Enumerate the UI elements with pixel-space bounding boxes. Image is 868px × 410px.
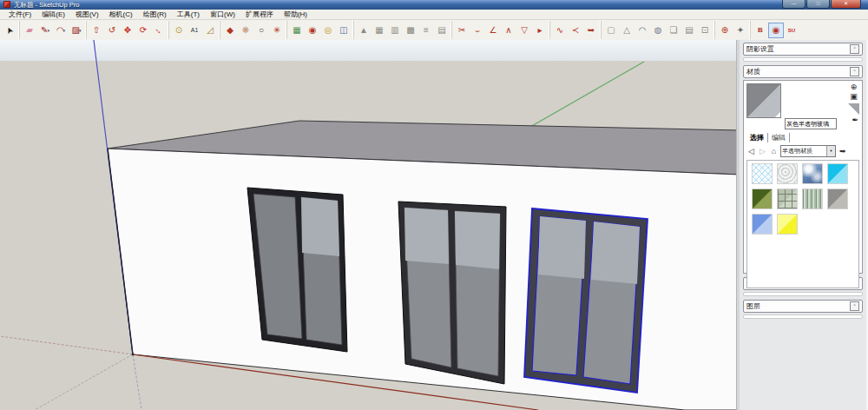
menu-item-camera[interactable]: 相机(C) bbox=[104, 10, 138, 20]
zoom-tool-icon[interactable]: ○ bbox=[253, 23, 269, 38]
rectangle-tool-dropdown-arrow[interactable]: ▾ bbox=[79, 23, 82, 38]
material-name-input[interactable] bbox=[785, 118, 837, 129]
protractor-tool-icon[interactable]: ◿ bbox=[202, 23, 218, 38]
tape-measure-tool-icon[interactable]: ⊙ bbox=[171, 23, 187, 38]
viewport-canvas[interactable] bbox=[0, 40, 740, 410]
material-swatch-blue-glass[interactable] bbox=[752, 214, 773, 235]
sliding-door-unit-2[interactable] bbox=[398, 202, 506, 384]
sliding-door-unit-1[interactable] bbox=[247, 188, 347, 352]
menu-item-draw[interactable]: 绘图(R) bbox=[138, 10, 172, 20]
peak-tool-icon[interactable]: ∧ bbox=[501, 23, 516, 38]
polygon-tool-icon[interactable]: ▽ bbox=[516, 23, 532, 38]
scale-tool-icon[interactable]: ↔ bbox=[151, 23, 167, 38]
select-tool-icon[interactable]: ➤ bbox=[2, 23, 17, 38]
freehand-tool-icon[interactable]: ∿ bbox=[552, 23, 568, 38]
angle-check-tool-icon[interactable]: ∠ bbox=[485, 23, 501, 38]
material-side-icons: ⊕ ▣ bbox=[847, 83, 860, 115]
arc-tool-dropdown-arrow[interactable]: ▾ bbox=[63, 23, 66, 38]
toolbar-group: ⊙A1◿ bbox=[168, 21, 220, 39]
material-swatch-yellow-glass[interactable] bbox=[777, 214, 798, 235]
minimize-button[interactable]: — bbox=[782, 0, 806, 9]
eyedropper-icon[interactable]: ✒ bbox=[852, 116, 858, 124]
material-collection-dropdown[interactable]: 半透明材质 ▼ bbox=[780, 145, 836, 157]
menu-item-extensions[interactable]: 扩展程序 bbox=[240, 10, 279, 20]
default-material-sample[interactable] bbox=[848, 103, 859, 115]
look-around-tool-icon[interactable]: ◉ bbox=[305, 23, 320, 38]
axes-tool-icon[interactable]: ⊕ bbox=[717, 23, 733, 38]
shadow-settings-panel-header[interactable]: 阴影设置 ▫ bbox=[743, 43, 863, 56]
menu-item-edit[interactable]: 编辑(E) bbox=[36, 10, 70, 20]
sandbox-box-tool-icon[interactable]: ▢ bbox=[603, 23, 619, 38]
dimension-tool-icon[interactable]: A1 bbox=[187, 23, 202, 38]
warehouse-3d-icon[interactable]: B bbox=[753, 23, 768, 38]
tab-select[interactable]: 选择 bbox=[746, 133, 768, 142]
compass-tool-icon[interactable]: △ bbox=[619, 23, 635, 38]
arc-sandbox-tool-icon[interactable]: ◠ bbox=[635, 23, 650, 38]
material-swatch-frosted-glass[interactable] bbox=[777, 163, 798, 184]
move-tool-icon[interactable]: ✥ bbox=[120, 23, 135, 38]
grid-tool-icon[interactable]: ▦ bbox=[372, 23, 387, 38]
steps-tool-icon[interactable]: ▤ bbox=[434, 23, 450, 38]
position-camera-tool-icon[interactable]: ▦ bbox=[289, 23, 305, 38]
restore-button[interactable]: □ bbox=[806, 0, 830, 9]
eraser-tool-icon[interactable]: ▰ bbox=[22, 23, 37, 38]
material-swatch-lattice-glass[interactable] bbox=[752, 163, 773, 184]
notepad-tool-icon[interactable]: ▤ bbox=[681, 23, 697, 38]
terrain-tool-icon[interactable]: ▲ bbox=[356, 23, 372, 38]
dropdown-arrow-icon[interactable]: ▼ bbox=[826, 146, 835, 156]
flag-tool-icon[interactable]: ▸ bbox=[532, 23, 548, 38]
material-swatch-blue-water-glass[interactable] bbox=[802, 163, 823, 184]
section-plane-tool-icon[interactable]: ◫ bbox=[336, 23, 352, 38]
material-swatch-gray-translucent-glass[interactable] bbox=[827, 188, 848, 209]
louver-tool-icon[interactable]: ≡ bbox=[418, 23, 434, 38]
secondary-pane-icon[interactable]: ▣ bbox=[850, 92, 858, 101]
menu-item-file[interactable]: 文件(F) bbox=[3, 10, 36, 20]
stack-tool-icon[interactable]: ❏ bbox=[666, 23, 681, 38]
materials-toggle-button[interactable]: ▫ bbox=[850, 67, 859, 76]
layers-toggle-button[interactable]: ▫ bbox=[850, 301, 859, 311]
rectangle-tool-icon[interactable]: ▨▾ bbox=[69, 23, 84, 38]
place-tool-icon[interactable]: ➥ bbox=[583, 23, 599, 38]
create-material-icon[interactable]: ⊕ bbox=[851, 83, 858, 91]
close-button[interactable]: ✕ bbox=[831, 0, 861, 9]
menu-item-tools[interactable]: 工具(T) bbox=[172, 10, 205, 20]
menu-item-window[interactable]: 窗口(W) bbox=[205, 10, 240, 20]
layers-panel-header[interactable]: 图层 ▫ bbox=[743, 300, 863, 313]
sphere-tool-icon[interactable]: ◍ bbox=[650, 23, 666, 38]
zoom-extents-tool-icon[interactable]: ✳ bbox=[269, 23, 285, 38]
sliding-door-unit-3-selected[interactable] bbox=[524, 208, 648, 393]
material-swatch-cyan-glass[interactable] bbox=[827, 163, 848, 184]
rotate-tool-icon[interactable]: ⟳ bbox=[135, 23, 151, 38]
push-pull-tool-icon[interactable]: ⇧ bbox=[89, 23, 104, 38]
detail-tool-icon[interactable]: ⊡ bbox=[697, 23, 713, 38]
material-swatch-dark-green-glass[interactable] bbox=[752, 188, 773, 209]
material-swatch-stained-glass-blocks[interactable] bbox=[777, 188, 798, 209]
materials-panel-toggle-icon[interactable]: ◉ bbox=[768, 23, 784, 38]
shadow-settings-toggle-button[interactable]: ▫ bbox=[850, 44, 859, 54]
line-tool-dropdown-arrow[interactable]: ▾ bbox=[47, 23, 49, 38]
menu-item-help[interactable]: 帮助(H) bbox=[279, 10, 312, 20]
follow-me-tool-icon[interactable]: ↺ bbox=[104, 23, 120, 38]
walk-tool-icon[interactable]: ◎ bbox=[320, 23, 336, 38]
line-tool-icon[interactable]: ✎▾ bbox=[37, 23, 53, 38]
tab-edit[interactable]: 编辑 bbox=[768, 133, 790, 142]
menu-item-view[interactable]: 视图(V) bbox=[70, 10, 104, 20]
arc-check-tool-icon[interactable]: ⌣ bbox=[470, 23, 485, 38]
mesh-tool-icon[interactable]: ▩ bbox=[403, 23, 418, 38]
fence-tool-icon[interactable]: ▥ bbox=[387, 23, 403, 38]
extension-plug-icon[interactable]: ✦ bbox=[733, 23, 748, 38]
toolbar-group: ✂⌣∠∧▽▸ bbox=[451, 21, 549, 39]
in-model-home-icon[interactable]: ⌂ bbox=[769, 146, 779, 156]
angle-line-tool-icon[interactable]: ≺ bbox=[568, 23, 583, 38]
cut-tool-icon[interactable]: ✂ bbox=[454, 23, 470, 38]
viewport[interactable] bbox=[0, 40, 740, 410]
back-arrow-icon[interactable]: ◁ bbox=[746, 146, 756, 156]
sample-paint-icon[interactable]: ➥ bbox=[839, 147, 846, 155]
arc-tool-icon[interactable]: ◠▾ bbox=[53, 23, 69, 38]
forward-arrow-icon[interactable]: ▷ bbox=[758, 146, 767, 156]
sketchup-pro-logo-icon[interactable]: SU bbox=[784, 23, 799, 38]
material-swatch-ribbed-glass[interactable] bbox=[802, 188, 823, 209]
pan-hand-tool-icon[interactable]: ❋ bbox=[238, 23, 253, 38]
paint-bucket-tool-icon[interactable]: ◆ bbox=[222, 23, 238, 38]
materials-panel-header[interactable]: 材质 ▫ bbox=[743, 65, 863, 78]
